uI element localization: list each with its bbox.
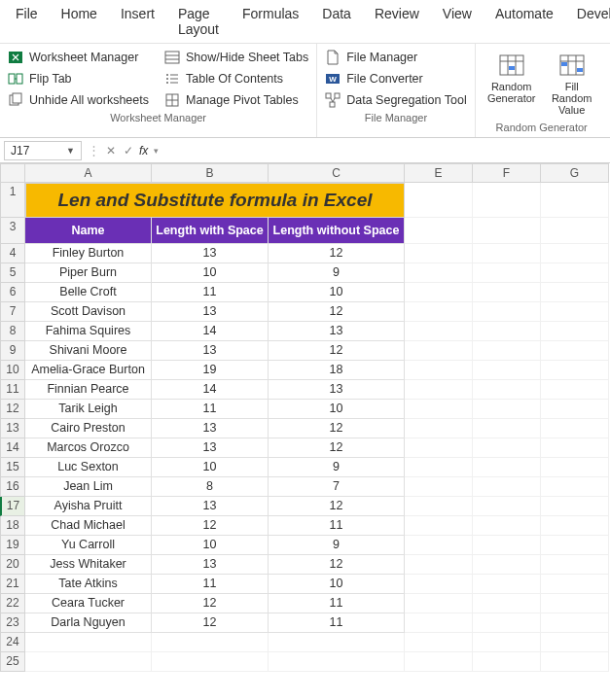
spreadsheet-grid[interactable]: ABCEFG1Len and Substitute formula in Exc… <box>0 163 610 672</box>
cell-name[interactable]: Cairo Preston <box>25 419 152 438</box>
cell[interactable] <box>405 652 473 672</box>
cell-name[interactable]: Chad Michael <box>25 516 152 536</box>
cell[interactable] <box>405 302 473 322</box>
cell[interactable] <box>541 341 609 361</box>
cell-length-without-space[interactable]: 11 <box>269 594 405 613</box>
cell[interactable] <box>473 594 541 613</box>
table-header-cell[interactable]: Length with Space <box>152 218 269 244</box>
cell[interactable] <box>541 183 609 218</box>
cell[interactable] <box>25 652 152 672</box>
cell[interactable] <box>473 633 541 652</box>
cell-length-with-space[interactable]: 12 <box>152 594 269 613</box>
cell-length-without-space[interactable]: 9 <box>269 536 405 555</box>
cell[interactable] <box>473 380 541 400</box>
file-manager-button[interactable]: File Manager <box>325 50 466 65</box>
cell-length-with-space[interactable]: 13 <box>152 438 269 458</box>
row-header[interactable]: 5 <box>0 263 25 283</box>
cell-length-without-space[interactable]: 9 <box>269 263 405 283</box>
flip-tab-button[interactable]: Flip Tab <box>8 71 149 87</box>
cell[interactable] <box>405 283 473 302</box>
cell[interactable] <box>541 322 609 341</box>
cell[interactable] <box>541 263 609 283</box>
row-header[interactable]: 13 <box>0 419 25 438</box>
row-header[interactable]: 11 <box>0 380 25 400</box>
cell-length-without-space[interactable]: 9 <box>269 458 405 477</box>
cell-name[interactable]: Ceara Tucker <box>25 594 152 613</box>
row-header[interactable]: 24 <box>0 633 25 652</box>
cell[interactable] <box>473 322 541 341</box>
cell-length-with-space[interactable]: 10 <box>152 263 269 283</box>
cell[interactable] <box>473 477 541 497</box>
worksheet-manager-button[interactable]: Worksheet Manager <box>8 50 149 65</box>
cell-length-with-space[interactable]: 8 <box>152 477 269 497</box>
chevron-down-icon[interactable]: ▼ <box>66 146 75 156</box>
cell[interactable] <box>405 438 473 458</box>
cell[interactable] <box>541 536 609 555</box>
cell[interactable] <box>473 438 541 458</box>
cell-length-with-space[interactable]: 14 <box>152 322 269 341</box>
file-converter-button[interactable]: W File Converter <box>325 71 466 87</box>
row-header[interactable]: 23 <box>0 613 25 633</box>
row-header[interactable]: 25 <box>0 652 25 672</box>
cell[interactable] <box>405 477 473 497</box>
cell[interactable] <box>541 283 609 302</box>
table-of-contents-button[interactable]: Table Of Contents <box>164 71 308 87</box>
cell[interactable] <box>405 341 473 361</box>
menu-automate[interactable]: Automate <box>484 0 565 43</box>
cell-length-without-space[interactable]: 10 <box>269 575 405 594</box>
cell[interactable] <box>473 302 541 322</box>
row-header[interactable]: 3 <box>0 218 25 244</box>
cell-name[interactable]: Finnian Pearce <box>25 380 152 400</box>
cell-name[interactable]: Fahima Squires <box>25 322 152 341</box>
cell-length-without-space[interactable]: 12 <box>269 244 405 263</box>
cell-length-with-space[interactable]: 19 <box>152 361 269 380</box>
cell[interactable] <box>541 302 609 322</box>
cell[interactable] <box>473 283 541 302</box>
cell-name[interactable]: Amelia-Grace Burton <box>25 361 152 380</box>
cell[interactable] <box>541 419 609 438</box>
cell[interactable] <box>473 575 541 594</box>
row-header[interactable]: 20 <box>0 555 25 575</box>
menu-formulas[interactable]: Formulas <box>231 0 310 43</box>
cell-length-without-space[interactable]: 11 <box>269 516 405 536</box>
cell[interactable] <box>473 652 541 672</box>
cell-length-with-space[interactable]: 13 <box>152 419 269 438</box>
cell[interactable] <box>541 380 609 400</box>
cell[interactable] <box>473 419 541 438</box>
name-box[interactable]: J17 ▼ <box>4 141 82 160</box>
formula-input[interactable] <box>162 141 610 160</box>
cell-length-without-space[interactable]: 12 <box>269 497 405 516</box>
row-header[interactable]: 1 <box>0 183 25 218</box>
cell[interactable] <box>473 516 541 536</box>
data-segregation-button[interactable]: Data Segregation Tool <box>325 92 466 108</box>
column-header[interactable]: B <box>152 163 269 183</box>
cell-name[interactable]: Ayisha Pruitt <box>25 497 152 516</box>
cell-length-with-space[interactable]: 11 <box>152 575 269 594</box>
menu-developer[interactable]: Develop <box>565 0 610 43</box>
cell-length-without-space[interactable]: 11 <box>269 613 405 633</box>
enter-formula-button[interactable]: ✓ <box>120 144 137 158</box>
row-header[interactable]: 4 <box>0 244 25 263</box>
cell-name[interactable]: Piper Burn <box>25 263 152 283</box>
cell[interactable] <box>25 633 152 652</box>
row-header[interactable]: 16 <box>0 477 25 497</box>
column-header[interactable]: A <box>25 163 152 183</box>
cell-length-with-space[interactable]: 13 <box>152 555 269 575</box>
cell[interactable] <box>269 652 405 672</box>
menu-review[interactable]: Review <box>363 0 431 43</box>
menu-page-layout[interactable]: Page Layout <box>166 0 231 43</box>
cell[interactable] <box>541 652 609 672</box>
row-header[interactable]: 21 <box>0 575 25 594</box>
cell[interactable] <box>473 361 541 380</box>
cell[interactable] <box>405 183 473 218</box>
cancel-formula-button[interactable]: ✕ <box>102 144 120 158</box>
cell[interactable] <box>405 613 473 633</box>
cell[interactable] <box>541 477 609 497</box>
menu-data[interactable]: Data <box>310 0 363 43</box>
row-header[interactable]: 12 <box>0 400 25 419</box>
cell[interactable] <box>405 361 473 380</box>
cell[interactable] <box>541 613 609 633</box>
menu-view[interactable]: View <box>431 0 484 43</box>
row-header[interactable]: 14 <box>0 438 25 458</box>
cell-length-without-space[interactable]: 12 <box>269 302 405 322</box>
